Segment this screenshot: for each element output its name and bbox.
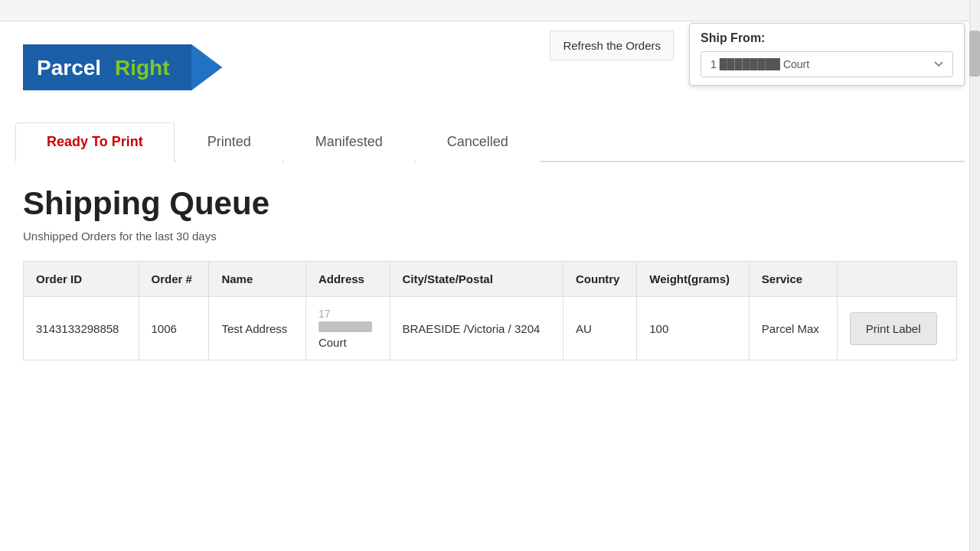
svg-text:Parcel: Parcel (37, 56, 101, 80)
tab-ready-to-print[interactable]: Ready To Print (15, 122, 175, 162)
orders-table: Order ID Order # Name Address City/State… (23, 261, 957, 360)
subtitle: Unshipped Orders for the last 30 days (23, 230, 957, 243)
col-order-num: Order # (139, 262, 209, 297)
logo-svg: Parcel Right (23, 37, 237, 98)
top-bar (0, 0, 980, 21)
col-service: Service (749, 262, 837, 297)
cell-name: Test Address (209, 297, 306, 360)
cell-action: Print Label (837, 297, 956, 360)
tab-manifested[interactable]: Manifested (284, 122, 414, 162)
refresh-label: Refresh the Orders (563, 39, 661, 52)
col-city-state-postal: City/State/Postal (390, 262, 563, 297)
col-action (837, 262, 956, 297)
address-line-number: 17 (318, 308, 377, 320)
address-redacted (318, 321, 372, 332)
cell-city-state-postal: BRAESIDE /Victoria / 3204 (390, 297, 563, 360)
col-name: Name (209, 262, 306, 297)
address-court: Court (318, 336, 377, 349)
col-weight: Weight(grams) (637, 262, 750, 297)
logo-container: Parcel Right (23, 37, 237, 98)
svg-text:Right: Right (115, 56, 170, 80)
ship-from-label: Ship From: (701, 31, 953, 45)
cell-order-num: 1006 (139, 297, 209, 360)
ship-from-container: Ship From: 1 ████████ Court (689, 23, 965, 86)
tab-printed[interactable]: Printed (176, 122, 283, 162)
cell-country: AU (563, 297, 636, 360)
cell-order-id: 3143133298858 (24, 297, 139, 360)
cell-address: 17 Court (305, 297, 390, 360)
table-row: 3143133298858 1006 Test Address 17 Court… (24, 297, 957, 360)
cell-service: Parcel Max (749, 297, 837, 360)
svg-marker-1 (191, 44, 222, 90)
ship-from-select[interactable]: 1 ████████ Court (701, 51, 953, 77)
tab-cancelled[interactable]: Cancelled (416, 122, 540, 162)
tabs-container: Ready To Print Printed Manifested Cancel… (15, 113, 965, 162)
table-header-row: Order ID Order # Name Address City/State… (24, 262, 957, 297)
refresh-tooltip: Refresh the Orders (550, 31, 674, 60)
col-address: Address (305, 262, 390, 297)
main-content: Shipping Queue Unshipped Orders for the … (0, 162, 980, 383)
cell-weight: 100 (637, 297, 750, 360)
col-order-id: Order ID (24, 262, 139, 297)
scrollbar-thumb[interactable] (969, 31, 980, 77)
page-title: Shipping Queue (23, 185, 957, 222)
scrollbar-track[interactable] (969, 0, 980, 551)
col-country: Country (563, 262, 636, 297)
print-label-button[interactable]: Print Label (850, 312, 937, 345)
